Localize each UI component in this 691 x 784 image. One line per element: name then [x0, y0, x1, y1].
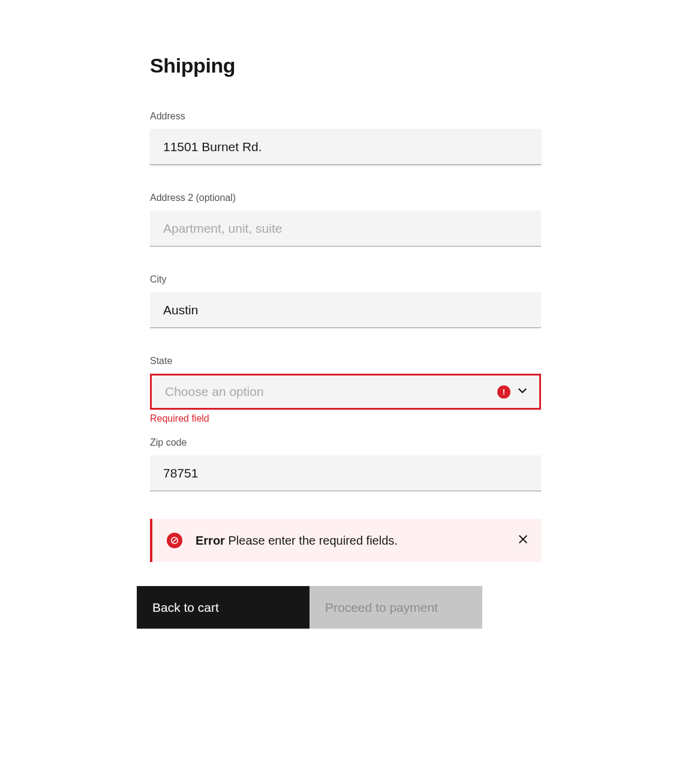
back-button[interactable]: Back to cart [137, 586, 310, 629]
city-label: City [150, 274, 541, 285]
notification-message: Error Please enter the required fields. [196, 534, 517, 548]
notification-title: Error [196, 534, 228, 547]
state-error-message: Required field [150, 413, 541, 424]
error-notification: Error Please enter the required fields. [150, 519, 541, 562]
button-row: Back to cart Proceed to payment [137, 586, 482, 629]
address2-label: Address 2 (optional) [150, 193, 541, 203]
state-dropdown-placeholder: Choose an option [165, 385, 264, 399]
close-icon[interactable] [517, 533, 529, 548]
state-label: State [150, 356, 541, 367]
state-field: State Choose an option ! Required field [150, 356, 541, 424]
zip-label: Zip code [150, 437, 541, 448]
notification-body: Please enter the required fields. [228, 534, 397, 547]
address2-input[interactable] [150, 211, 541, 247]
city-input[interactable] [150, 292, 541, 328]
error-filled-icon [167, 533, 182, 548]
address-field: Address [150, 111, 541, 165]
state-dropdown[interactable]: Choose an option ! [150, 374, 541, 410]
svg-line-1 [173, 539, 176, 542]
address2-field: Address 2 (optional) [150, 193, 541, 247]
zip-input[interactable] [150, 455, 541, 491]
city-field: City [150, 274, 541, 328]
page-title: Shipping [150, 54, 541, 77]
proceed-button[interactable]: Proceed to payment [310, 586, 482, 629]
address-label: Address [150, 111, 541, 122]
chevron-down-icon [516, 385, 528, 399]
address-input[interactable] [150, 129, 541, 165]
warning-filled-icon: ! [497, 385, 510, 398]
zip-field: Zip code [150, 437, 541, 491]
